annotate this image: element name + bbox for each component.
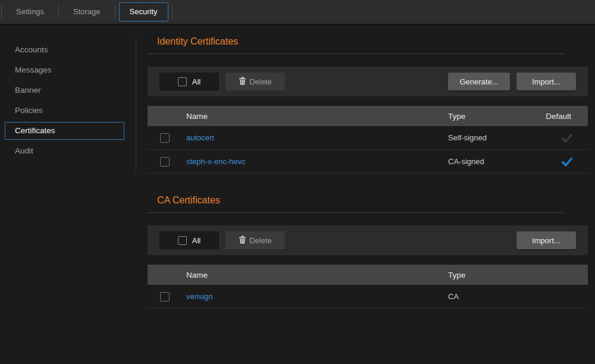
identity-toolbar: All Delete Generate...	[148, 67, 588, 96]
sidebar-item-policies[interactable]: Policies	[5, 102, 124, 120]
select-all-checkbox[interactable]	[178, 77, 187, 86]
import-button[interactable]: Import...	[516, 231, 576, 249]
column-header-type: Type	[448, 112, 540, 121]
certificate-type: CA-signed	[448, 157, 540, 166]
sidebar-item-banner[interactable]: Banner	[5, 81, 124, 99]
tab-storage[interactable]: Storage	[59, 0, 115, 24]
certificate-link[interactable]: steph-x-enc-hevc	[186, 157, 246, 166]
top-tab-bar: Settings Storage Security	[0, 0, 595, 25]
identity-certificates-title: Identity Certificates	[148, 36, 588, 47]
delete-label: Delete	[249, 236, 272, 245]
sidebar-item-audit[interactable]: Audit	[5, 142, 124, 160]
sidebar: Accounts Messages Banner Policies Certif…	[0, 25, 136, 363]
ca-toolbar: All Delete Import...	[148, 225, 588, 255]
default-check-icon[interactable]	[560, 156, 574, 167]
generate-button[interactable]: Generate...	[448, 73, 510, 90]
select-all-label: All	[192, 77, 201, 86]
delete-button[interactable]: Delete	[226, 231, 285, 249]
sidebar-divider	[136, 37, 136, 172]
ca-certificates-title: CA Certificates	[148, 195, 588, 206]
tab-security[interactable]: Security	[119, 2, 168, 21]
select-all-checkbox[interactable]	[178, 236, 187, 245]
table-row: steph-x-enc-hevc CA-signed	[148, 150, 588, 174]
identity-certificates-section: Identity Certificates All	[148, 36, 588, 174]
main-content: Identity Certificates All	[148, 25, 588, 363]
table-header: Name Type	[148, 265, 588, 285]
trash-icon	[239, 236, 246, 246]
column-header-name: Name	[186, 271, 448, 280]
row-checkbox[interactable]	[160, 292, 170, 302]
sidebar-item-certificates[interactable]: Certificates	[5, 122, 124, 140]
select-all-label: All	[192, 236, 201, 245]
import-button[interactable]: Import...	[516, 73, 576, 90]
title-divider	[148, 54, 563, 54]
certificate-type: Self-signed	[448, 133, 540, 142]
tab-separator	[172, 5, 173, 19]
certificate-type: CA	[448, 292, 588, 301]
row-checkbox[interactable]	[160, 157, 170, 167]
title-divider	[148, 212, 563, 213]
certificate-link[interactable]: autocert	[186, 133, 214, 142]
trash-icon	[239, 77, 246, 87]
column-header-name: Name	[186, 112, 448, 121]
table-row: verisign CA	[148, 285, 588, 309]
sidebar-item-accounts[interactable]: Accounts	[5, 41, 124, 59]
ca-certificates-section: CA Certificates All	[148, 195, 588, 309]
ca-certificates-table: Name Type verisign CA	[148, 265, 588, 309]
tab-separator	[115, 5, 115, 19]
delete-label: Delete	[249, 77, 272, 86]
certificate-link[interactable]: verisign	[186, 292, 213, 301]
column-header-default: Default	[540, 112, 588, 121]
select-all-button[interactable]: All	[159, 73, 219, 90]
column-header-type: Type	[448, 271, 588, 280]
identity-certificates-table: Name Type Default autocert Self-signed	[148, 106, 588, 174]
row-checkbox[interactable]	[160, 133, 170, 143]
default-check-icon[interactable]	[560, 133, 574, 143]
delete-button[interactable]: Delete	[226, 73, 285, 90]
select-all-button[interactable]: All	[159, 231, 219, 249]
table-header: Name Type Default	[148, 106, 588, 126]
tab-settings[interactable]: Settings	[2, 0, 58, 24]
table-row: autocert Self-signed	[148, 126, 588, 150]
sidebar-item-messages[interactable]: Messages	[5, 61, 124, 79]
